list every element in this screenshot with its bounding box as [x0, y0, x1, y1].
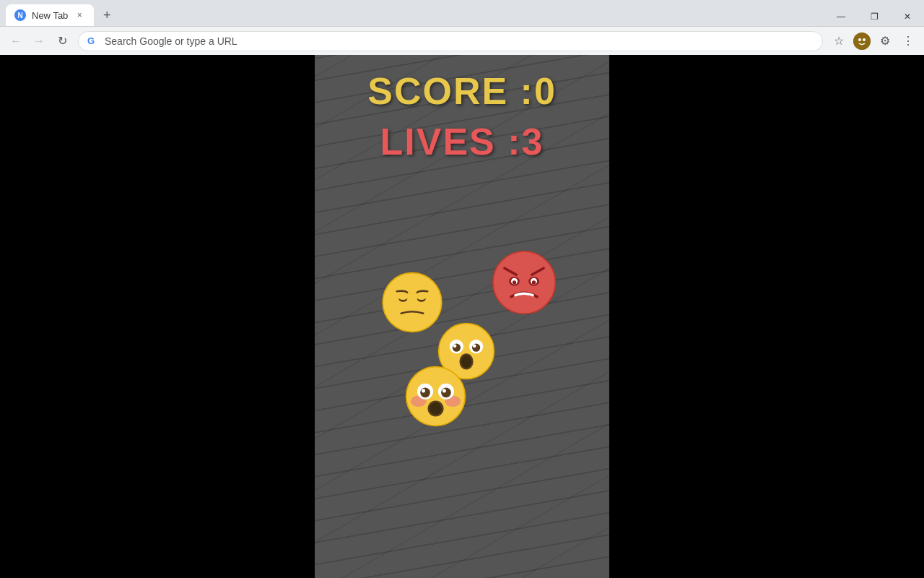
skeptical-face — [380, 272, 445, 333]
bookmark-button[interactable]: ☆ — [829, 31, 849, 51]
toolbar: ← → ↻ G Search Google or type a URL ☆ — [0, 26, 924, 55]
close-button[interactable]: ✕ — [891, 5, 924, 28]
svg-point-23 — [461, 355, 471, 368]
toolbar-right: ☆ ⚙ ⋮ — [829, 31, 918, 51]
game-content: SCORE :0 LIVES :3 — [315, 55, 609, 578]
address-text: Search Google or type a URL — [105, 35, 814, 47]
browser-chrome: N New Tab × + — ❐ ✕ ← → ↻ G Search Googl… — [0, 0, 924, 55]
surprised-face-2 — [405, 366, 466, 427]
svg-point-3 — [383, 273, 442, 332]
forward-icon: → — [33, 35, 45, 48]
svg-point-30 — [441, 388, 451, 398]
window-controls: — ❐ ✕ — [824, 4, 924, 26]
tab-favicon: N — [14, 9, 26, 21]
extensions-button[interactable]: ⚙ — [875, 31, 895, 51]
svg-point-34 — [430, 402, 442, 415]
svg-point-13 — [513, 280, 516, 284]
svg-point-20 — [453, 344, 457, 348]
menu-icon: ⋮ — [902, 34, 914, 48]
tab-bar: N New Tab × + — ❐ ✕ — [0, 0, 924, 26]
menu-button[interactable]: ⋮ — [898, 31, 918, 51]
svg-point-29 — [420, 388, 430, 398]
forward-button[interactable]: → — [29, 31, 49, 51]
score-display: SCORE :0 — [367, 69, 557, 113]
avatar-button[interactable] — [852, 31, 872, 51]
minimize-button[interactable]: — — [824, 5, 858, 28]
active-tab[interactable]: N New Tab × — [6, 4, 94, 26]
reload-button[interactable]: ↻ — [52, 31, 72, 51]
back-icon: ← — [10, 35, 22, 48]
new-tab-button[interactable]: + — [97, 5, 117, 25]
lives-display: LIVES :3 — [380, 120, 544, 163]
svg-point-8 — [493, 251, 555, 314]
svg-point-6 — [398, 294, 408, 301]
svg-point-7 — [417, 294, 427, 301]
avatar — [853, 33, 871, 50]
avatar-svg — [853, 33, 871, 50]
svg-point-0 — [853, 33, 871, 50]
svg-point-1 — [858, 38, 861, 41]
tab-title: New Tab — [32, 10, 68, 21]
google-logo: G — [87, 35, 99, 47]
svg-point-31 — [422, 389, 425, 392]
svg-point-2 — [863, 38, 866, 41]
maximize-button[interactable]: ❐ — [858, 5, 891, 28]
star-icon: ☆ — [834, 34, 844, 48]
address-bar[interactable]: G Search Google or type a URL — [78, 31, 823, 51]
angry-face — [492, 250, 557, 315]
game-container: SCORE :0 LIVES :3 — [315, 55, 609, 578]
svg-point-21 — [473, 344, 476, 348]
reload-icon: ↻ — [58, 34, 67, 48]
svg-point-32 — [443, 389, 446, 392]
extensions-icon: ⚙ — [880, 34, 890, 48]
tab-close-button[interactable]: × — [74, 9, 85, 21]
svg-point-14 — [532, 280, 536, 284]
back-button[interactable]: ← — [6, 31, 26, 51]
